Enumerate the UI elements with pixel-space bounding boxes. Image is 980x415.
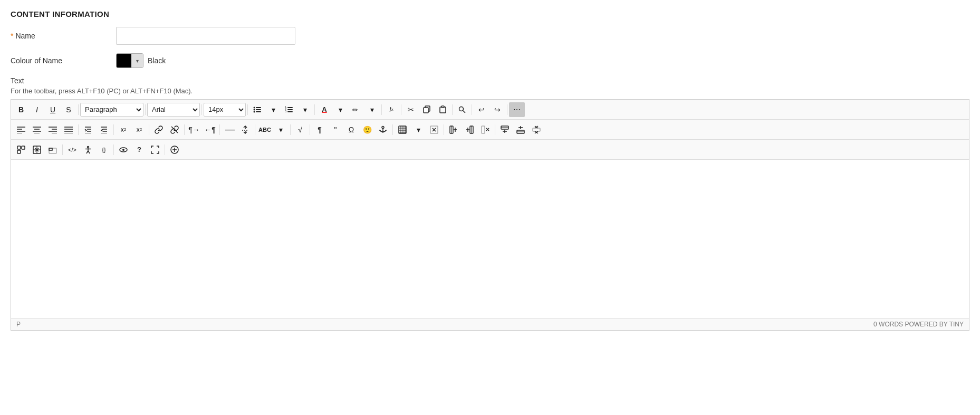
- colour-picker-wrapper: ▾ Black: [116, 53, 166, 68]
- indent-button[interactable]: [80, 122, 96, 137]
- svg-rect-7: [287, 107, 293, 108]
- preview-button[interactable]: [116, 142, 131, 157]
- page-container: CONTENT INFORMATION * Name Colour of Nam…: [0, 0, 980, 340]
- strikethrough-button[interactable]: S: [61, 102, 76, 117]
- toolbar-hint: For the toolbar, press ALT+F10 (PC) or A…: [11, 87, 969, 95]
- svg-line-98: [87, 151, 88, 153]
- bullet-list-button[interactable]: [249, 102, 265, 117]
- table-col-delete-button[interactable]: [477, 122, 493, 137]
- svg-point-95: [88, 146, 89, 148]
- editor-body[interactable]: [11, 160, 969, 318]
- redo-button[interactable]: ↪: [489, 102, 505, 117]
- bold-button[interactable]: B: [13, 102, 29, 117]
- math-button[interactable]: √: [292, 122, 308, 137]
- ltr-button[interactable]: ¶→: [186, 122, 202, 137]
- numbered-list-dropdown[interactable]: ▾: [297, 102, 313, 117]
- svg-point-0: [254, 107, 255, 108]
- unlink-button[interactable]: [167, 122, 182, 137]
- divider-r2-8: [310, 124, 310, 135]
- anchor-button[interactable]: [375, 122, 391, 137]
- help-button[interactable]: ?: [131, 142, 147, 157]
- svg-point-2: [254, 109, 255, 110]
- editor-wrapper: B I U S Paragraph Heading 1 Heading 2 He…: [11, 99, 969, 331]
- outdent-button[interactable]: [96, 122, 112, 137]
- font-color-button[interactable]: A: [316, 102, 332, 117]
- table-col-before-button[interactable]: [446, 122, 462, 137]
- paste-button[interactable]: [435, 102, 450, 117]
- colour-swatch: [117, 53, 131, 68]
- add-button[interactable]: [167, 142, 182, 157]
- colour-swatch-button[interactable]: ▾: [116, 53, 143, 68]
- required-star: *: [11, 32, 13, 40]
- svg-rect-94: [49, 148, 52, 150]
- svg-line-99: [88, 151, 90, 153]
- divider-8: [452, 104, 453, 115]
- table-cell-props-button[interactable]: [45, 142, 61, 157]
- table-row-before-button[interactable]: [497, 122, 513, 137]
- align-left-button[interactable]: [13, 122, 29, 137]
- hr-button[interactable]: —: [222, 122, 237, 137]
- superscript-button[interactable]: x2: [116, 122, 131, 137]
- fullscreen-button[interactable]: [147, 142, 163, 157]
- svg-text:3.: 3.: [285, 110, 287, 113]
- source-code-button[interactable]: </>: [64, 142, 80, 157]
- font-color-dropdown[interactable]: ▾: [332, 102, 348, 117]
- copy-button[interactable]: [419, 102, 435, 117]
- bullet-list-dropdown[interactable]: ▾: [265, 102, 281, 117]
- table-dropdown[interactable]: ▾: [410, 122, 426, 137]
- align-center-button[interactable]: [29, 122, 45, 137]
- toolbar-row-3: </> {} ?: [11, 140, 969, 160]
- size-select[interactable]: 14px 8px 10px 12px 16px 18px 24px: [204, 103, 246, 117]
- html-button[interactable]: {}: [96, 142, 112, 157]
- svg-line-18: [463, 110, 466, 113]
- table-row-after-button[interactable]: [513, 122, 529, 137]
- font-select[interactable]: Arial Times New Roman Courier New: [147, 103, 200, 117]
- spellcheck-dropdown[interactable]: ▾: [273, 122, 289, 137]
- name-input[interactable]: [116, 27, 295, 45]
- toolbar-row-2: x2 x2 ¶→ ←¶ — ABC ▾ √ ¶: [11, 120, 969, 140]
- table-row-delete-button[interactable]: [529, 122, 544, 137]
- highlight-dropdown[interactable]: ▾: [364, 102, 380, 117]
- accessibility-button[interactable]: [80, 142, 96, 157]
- template-table-button[interactable]: [13, 142, 29, 157]
- highlight-button[interactable]: ✏: [348, 102, 364, 117]
- text-label: Text: [11, 76, 969, 85]
- table-insert-button[interactable]: [395, 122, 410, 137]
- blockquote-button[interactable]: ": [328, 122, 343, 137]
- table-merge-cells-button[interactable]: [29, 142, 45, 157]
- svg-rect-3: [256, 109, 261, 110]
- cut-button[interactable]: ✂: [403, 102, 419, 117]
- svg-rect-9: [287, 109, 293, 110]
- spellcheck-button[interactable]: ABC: [257, 122, 273, 137]
- special-char-button[interactable]: Ω: [343, 122, 359, 137]
- more-button[interactable]: ⋯: [509, 102, 525, 117]
- paragraph-select[interactable]: Paragraph Heading 1 Heading 2 Heading 3: [80, 103, 143, 117]
- link-button[interactable]: [151, 122, 167, 137]
- page-break-button[interactable]: [237, 122, 253, 137]
- clear-format-button[interactable]: Ix: [383, 102, 399, 117]
- undo-button[interactable]: ↩: [474, 102, 489, 117]
- rtl-button[interactable]: ←¶: [202, 122, 218, 137]
- numbered-list-button[interactable]: 1.2.3.: [281, 102, 297, 117]
- pilcrow-button[interactable]: ¶: [312, 122, 328, 137]
- emoji-button[interactable]: 🙂: [359, 122, 375, 137]
- colour-dropdown-arrow-icon: ▾: [131, 53, 143, 68]
- find-replace-button[interactable]: [454, 102, 470, 117]
- svg-rect-80: [533, 128, 540, 131]
- table-col-after-button[interactable]: [462, 122, 477, 137]
- divider-2: [145, 104, 146, 115]
- table-delete-button[interactable]: [426, 122, 442, 137]
- subscript-button[interactable]: x2: [131, 122, 147, 137]
- italic-button[interactable]: I: [29, 102, 45, 117]
- align-justify-button[interactable]: [61, 122, 76, 137]
- divider-r2-4: [184, 124, 185, 135]
- svg-rect-1: [256, 107, 261, 108]
- svg-point-4: [254, 111, 255, 112]
- divider-r2-10: [444, 124, 444, 135]
- underline-button[interactable]: U: [45, 102, 61, 117]
- divider-r2-5: [219, 124, 220, 135]
- svg-point-47: [382, 126, 384, 128]
- divider-5: [314, 104, 315, 115]
- svg-rect-69: [482, 126, 485, 133]
- align-right-button[interactable]: [45, 122, 61, 137]
